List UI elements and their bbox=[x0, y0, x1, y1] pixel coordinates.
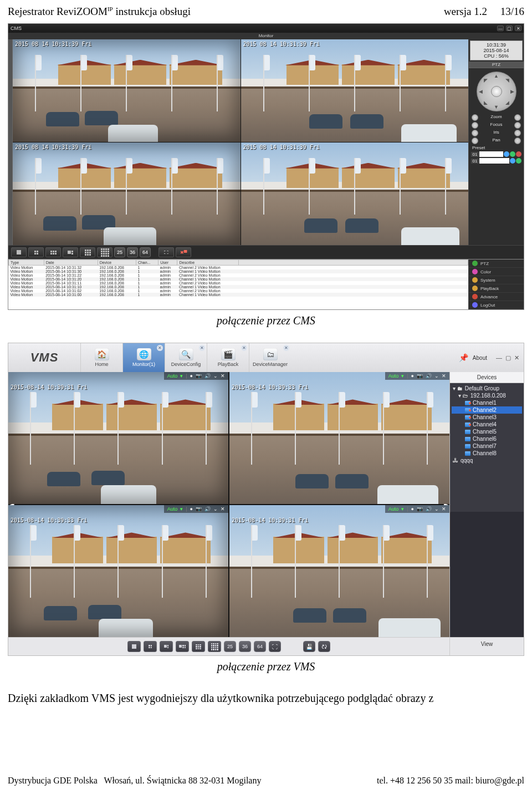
layout-3x2-button[interactable] bbox=[45, 247, 61, 257]
video-feed-4[interactable]: 2015 08 14 10:31:39 Fri bbox=[241, 142, 469, 245]
ptz-pan-plus-button[interactable] bbox=[514, 138, 521, 144]
preset-add-button[interactable] bbox=[510, 151, 515, 157]
auto-toggle[interactable]: Auto bbox=[167, 506, 178, 512]
preset2-goto-button[interactable] bbox=[510, 158, 515, 164]
log-row[interactable]: Video Motion2015-08-14 10:31:10192.168.0… bbox=[9, 285, 468, 289]
tab-close-icon[interactable]: ✕ bbox=[283, 345, 289, 351]
channel-7[interactable]: Channel7 bbox=[452, 442, 522, 450]
vms-view-button[interactable]: View bbox=[449, 638, 524, 655]
ptz-downright-icon[interactable]: ◢ bbox=[505, 100, 509, 105]
log-row[interactable]: Video Motion2015-08-14 10:31:00192.168.0… bbox=[9, 293, 468, 297]
channel-6[interactable]: Channel6 bbox=[452, 435, 522, 442]
video-feed-2[interactable]: 2015 08 14 10:31:39 Fri bbox=[241, 39, 469, 142]
layout-1x1-button[interactable] bbox=[11, 247, 27, 257]
layout-1+5-button[interactable] bbox=[63, 247, 78, 257]
expand-icon[interactable]: ⌄ bbox=[213, 506, 218, 512]
auto-caret-icon[interactable]: ▾ bbox=[401, 373, 404, 379]
auto-caret-icon[interactable]: ▾ bbox=[401, 506, 404, 512]
vms-layout-1+7-button[interactable] bbox=[176, 641, 189, 652]
ptz-pan-minus-button[interactable] bbox=[472, 138, 478, 144]
ptz-up-icon[interactable]: ▲ bbox=[494, 73, 499, 79]
record-icon[interactable]: ● bbox=[190, 373, 193, 379]
auto-toggle[interactable]: Auto bbox=[167, 373, 178, 379]
side-menu-ptz[interactable]: PTZ bbox=[469, 259, 524, 268]
cms-left-bar[interactable] bbox=[8, 39, 13, 245]
video-feed-1[interactable]: 2015 08 14 10:31:39 Fri bbox=[13, 39, 241, 142]
record-icon[interactable]: ● bbox=[411, 506, 414, 512]
preset-del-button[interactable] bbox=[516, 151, 521, 157]
side-menu-color[interactable]: Color bbox=[469, 268, 524, 276]
close-button[interactable]: ✕ bbox=[515, 26, 521, 31]
channel-8[interactable]: Channel8 bbox=[452, 450, 522, 457]
expand-icon[interactable]: ⌄ bbox=[434, 373, 439, 379]
tab-close-icon[interactable]: ✕ bbox=[157, 345, 163, 351]
close-feed-icon[interactable]: ✕ bbox=[442, 506, 446, 512]
ptz-upleft-icon[interactable]: ◤ bbox=[484, 78, 488, 83]
audio-icon[interactable]: 🔊 bbox=[204, 506, 211, 512]
layout-64-button[interactable]: 64 bbox=[140, 247, 151, 257]
ptz-downleft-icon[interactable]: ◣ bbox=[484, 100, 488, 105]
layout-3x3-button[interactable] bbox=[80, 247, 95, 257]
snapshot-icon[interactable]: 📷 bbox=[196, 373, 202, 379]
side-menu-advance[interactable]: Advance bbox=[469, 293, 524, 301]
pin-icon[interactable]: 📌 bbox=[459, 353, 468, 362]
audio-icon[interactable]: 🔊 bbox=[426, 373, 432, 379]
snapshot-icon[interactable]: 📷 bbox=[417, 506, 423, 512]
ptz-center-button[interactable] bbox=[491, 86, 502, 97]
vms-minimize-button[interactable]: — bbox=[496, 354, 502, 362]
close-feed-icon[interactable]: ✕ bbox=[221, 373, 225, 379]
vms-layout-3x3-button[interactable] bbox=[192, 641, 205, 652]
vms-feed-4[interactable]: 2015-08-14 10:39:31 Fri Auto ▾ | ● 📷 🔊 ⌄… bbox=[229, 505, 449, 637]
disconnect-button[interactable]: ✖▀ bbox=[176, 247, 191, 257]
auto-toggle[interactable]: Auto bbox=[388, 373, 399, 379]
log-header-cell[interactable]: Chan... bbox=[136, 260, 158, 266]
tree-extra-device[interactable]: 🖧qqqq bbox=[452, 457, 522, 464]
log-row[interactable]: Video Motion2015-08-14 10:31:11192.168.0… bbox=[9, 281, 468, 285]
vms-feed-2[interactable]: 2015-08-14 10:39:33 Fri Auto ▾ | ● 📷 🔊 ⌄… bbox=[229, 372, 449, 504]
channel-3[interactable]: Channel3 bbox=[452, 414, 522, 421]
side-menu-logout[interactable]: LogOut bbox=[469, 301, 524, 309]
preset2-add-button[interactable] bbox=[516, 158, 521, 164]
video-feed-3[interactable]: 2015 08 14 10:31:39 Fri bbox=[13, 142, 241, 245]
tree-device[interactable]: ▾ 🗁192.168.0.208 bbox=[452, 392, 522, 399]
tab-close-icon[interactable]: ✕ bbox=[199, 345, 205, 351]
fullscreen-button[interactable]: ⛶ bbox=[158, 247, 174, 257]
vms-save-layout-button[interactable]: 💾 bbox=[303, 641, 315, 652]
ptz-upright-icon[interactable]: ◥ bbox=[505, 78, 509, 83]
vms-feed-3[interactable]: 2015-08-14 10:39:33 Fri Auto ▾ | ● 📷 🔊 ⌄… bbox=[8, 505, 228, 637]
auto-caret-icon[interactable]: ▾ bbox=[180, 373, 183, 379]
ptz-focus-plus-button[interactable] bbox=[514, 122, 521, 129]
side-menu-playback[interactable]: PlayBack bbox=[469, 284, 524, 293]
auto-caret-icon[interactable]: ▾ bbox=[180, 506, 183, 512]
vms-feed-1[interactable]: 2015-08-14 10:39:31 Fri Auto ▾ | ● 📷 🔊 ⌄… bbox=[8, 372, 228, 504]
preset-1-input[interactable] bbox=[479, 151, 503, 157]
layout-25-button[interactable]: 25 bbox=[114, 247, 125, 257]
maximize-button[interactable]: ▢ bbox=[506, 26, 513, 31]
tree-root[interactable]: ▾ 🖿Default Group bbox=[452, 385, 522, 392]
tab-devicemanager[interactable]: ✕🗂DeviceManager bbox=[249, 343, 291, 372]
snapshot-icon[interactable]: 📷 bbox=[417, 373, 423, 379]
audio-icon[interactable]: 🔊 bbox=[426, 506, 432, 512]
record-icon[interactable]: ● bbox=[190, 506, 193, 512]
auto-toggle[interactable]: Auto bbox=[388, 506, 399, 512]
minimize-button[interactable]: — bbox=[497, 26, 504, 31]
vms-layout-64-button[interactable]: 64 bbox=[254, 641, 266, 652]
vms-fullscreen-button[interactable]: ⛶ bbox=[269, 641, 281, 652]
ptz-zoom-plus-button[interactable] bbox=[514, 114, 521, 121]
vms-tour-button[interactable]: 🗘 bbox=[318, 641, 330, 652]
channel-2[interactable]: Channel2 bbox=[452, 406, 522, 414]
vms-layout-1+5-button[interactable] bbox=[160, 641, 173, 652]
expand-icon[interactable]: ⌄ bbox=[434, 506, 439, 512]
log-row[interactable]: Video Motion2015-08-14 10:31:20192.168.0… bbox=[9, 277, 468, 281]
ptz-down-icon[interactable]: ▼ bbox=[494, 104, 499, 110]
preset-goto-button[interactable] bbox=[504, 151, 509, 157]
log-header-cell[interactable]: Date bbox=[44, 260, 98, 266]
layout-36-button[interactable]: 36 bbox=[127, 247, 138, 257]
log-header-cell[interactable]: Type bbox=[9, 260, 44, 266]
tab-playback[interactable]: ✕🎬PlayBack bbox=[207, 343, 249, 372]
log-row[interactable]: Video Motion2015-08-14 10:31:02192.168.0… bbox=[9, 289, 468, 293]
vms-maximize-button[interactable]: ▢ bbox=[505, 354, 511, 362]
vms-layout-2x2-button[interactable] bbox=[144, 641, 157, 652]
ptz-iris-plus-button[interactable] bbox=[514, 130, 521, 136]
vms-layout-36-button[interactable]: 36 bbox=[239, 641, 251, 652]
